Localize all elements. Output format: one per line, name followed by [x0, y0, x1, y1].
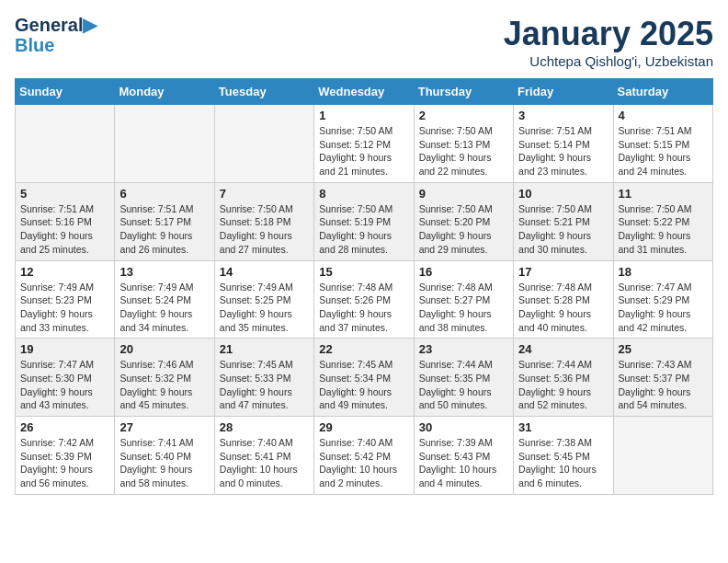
day-info: Sunrise: 7:38 AM Sunset: 5:45 PM Dayligh… — [518, 436, 608, 490]
day-info: Sunrise: 7:44 AM Sunset: 5:35 PM Dayligh… — [419, 358, 508, 412]
day-info: Sunrise: 7:50 AM Sunset: 5:20 PM Dayligh… — [419, 202, 508, 257]
calendar-cell: 1Sunrise: 7:50 AM Sunset: 5:12 PM Daylig… — [314, 105, 414, 183]
calendar-cell: 16Sunrise: 7:48 AM Sunset: 5:27 PM Dayli… — [414, 260, 513, 339]
day-info: Sunrise: 7:50 AM Sunset: 5:18 PM Dayligh… — [220, 202, 309, 257]
calendar-cell: 22Sunrise: 7:45 AM Sunset: 5:34 PM Dayli… — [314, 339, 414, 417]
day-number: 29 — [319, 420, 408, 434]
day-info: Sunrise: 7:45 AM Sunset: 5:34 PM Dayligh… — [319, 358, 408, 412]
weekday-header-wednesday: Wednesday — [314, 79, 414, 105]
calendar-cell: 4Sunrise: 7:51 AM Sunset: 5:15 PM Daylig… — [613, 105, 712, 183]
day-info: Sunrise: 7:50 AM Sunset: 5:19 PM Dayligh… — [319, 202, 408, 257]
calendar-cell: 23Sunrise: 7:44 AM Sunset: 5:35 PM Dayli… — [414, 339, 513, 417]
day-number: 27 — [119, 420, 209, 434]
calendar-cell: 2Sunrise: 7:50 AM Sunset: 5:13 PM Daylig… — [414, 105, 513, 183]
calendar-cell: 24Sunrise: 7:44 AM Sunset: 5:36 PM Dayli… — [514, 339, 613, 417]
day-info: Sunrise: 7:46 AM Sunset: 5:32 PM Dayligh… — [119, 358, 209, 412]
day-info: Sunrise: 7:51 AM Sunset: 5:17 PM Dayligh… — [119, 202, 209, 257]
day-number: 4 — [619, 109, 708, 122]
day-info: Sunrise: 7:40 AM Sunset: 5:41 PM Dayligh… — [220, 436, 309, 490]
day-number: 31 — [518, 420, 608, 434]
day-info: Sunrise: 7:49 AM Sunset: 5:23 PM Dayligh… — [20, 281, 109, 335]
day-info: Sunrise: 7:40 AM Sunset: 5:42 PM Dayligh… — [319, 436, 408, 490]
calendar-cell: 25Sunrise: 7:43 AM Sunset: 5:37 PM Dayli… — [613, 339, 712, 417]
day-number: 22 — [319, 342, 408, 356]
day-info: Sunrise: 7:48 AM Sunset: 5:27 PM Dayligh… — [419, 281, 508, 335]
calendar-cell — [214, 105, 313, 183]
calendar-cell: 3Sunrise: 7:51 AM Sunset: 5:14 PM Daylig… — [514, 105, 613, 183]
calendar-cell: 5Sunrise: 7:51 AM Sunset: 5:16 PM Daylig… — [16, 182, 115, 260]
day-number: 21 — [220, 342, 309, 356]
weekday-header-thursday: Thursday — [414, 79, 513, 105]
calendar-cell — [613, 417, 712, 495]
day-number: 25 — [619, 342, 708, 356]
day-number: 12 — [20, 265, 109, 279]
calendar-cell: 11Sunrise: 7:50 AM Sunset: 5:22 PM Dayli… — [613, 182, 712, 260]
day-info: Sunrise: 7:47 AM Sunset: 5:29 PM Dayligh… — [619, 281, 708, 335]
calendar-cell — [115, 105, 214, 183]
logo: General▶ Blue — [15, 15, 97, 55]
weekday-header-sunday: Sunday — [16, 79, 115, 105]
calendar-week-row: 19Sunrise: 7:47 AM Sunset: 5:30 PM Dayli… — [16, 339, 713, 417]
calendar-cell: 29Sunrise: 7:40 AM Sunset: 5:42 PM Dayli… — [314, 417, 414, 495]
day-number: 23 — [419, 342, 508, 356]
day-number: 20 — [119, 342, 209, 356]
day-number: 7 — [220, 187, 309, 201]
calendar-cell: 30Sunrise: 7:39 AM Sunset: 5:43 PM Dayli… — [414, 417, 513, 495]
month-title: January 2025 — [504, 15, 713, 53]
weekday-header-row: SundayMondayTuesdayWednesdayThursdayFrid… — [16, 79, 713, 105]
calendar-cell: 9Sunrise: 7:50 AM Sunset: 5:20 PM Daylig… — [414, 182, 513, 260]
day-info: Sunrise: 7:42 AM Sunset: 5:39 PM Dayligh… — [20, 436, 109, 490]
day-info: Sunrise: 7:44 AM Sunset: 5:36 PM Dayligh… — [518, 358, 608, 412]
day-info: Sunrise: 7:51 AM Sunset: 5:15 PM Dayligh… — [619, 124, 708, 178]
calendar-cell: 13Sunrise: 7:49 AM Sunset: 5:24 PM Dayli… — [115, 260, 214, 339]
day-number: 17 — [518, 265, 608, 279]
calendar-cell: 28Sunrise: 7:40 AM Sunset: 5:41 PM Dayli… — [214, 417, 313, 495]
day-number: 1 — [319, 109, 408, 122]
day-number: 24 — [518, 342, 608, 356]
day-info: Sunrise: 7:43 AM Sunset: 5:37 PM Dayligh… — [619, 358, 708, 412]
day-info: Sunrise: 7:51 AM Sunset: 5:16 PM Dayligh… — [20, 202, 109, 257]
weekday-header-tuesday: Tuesday — [214, 79, 313, 105]
calendar-cell — [16, 105, 115, 183]
calendar-cell: 19Sunrise: 7:47 AM Sunset: 5:30 PM Dayli… — [16, 339, 115, 417]
day-number: 9 — [419, 187, 508, 201]
calendar-week-row: 12Sunrise: 7:49 AM Sunset: 5:23 PM Dayli… — [16, 260, 713, 339]
day-number: 30 — [419, 420, 508, 434]
day-number: 19 — [20, 342, 109, 356]
calendar-week-row: 26Sunrise: 7:42 AM Sunset: 5:39 PM Dayli… — [16, 417, 713, 495]
day-number: 5 — [20, 187, 109, 201]
day-info: Sunrise: 7:50 AM Sunset: 5:13 PM Dayligh… — [419, 124, 508, 178]
calendar-cell: 18Sunrise: 7:47 AM Sunset: 5:29 PM Dayli… — [613, 260, 712, 339]
day-number: 15 — [319, 265, 408, 279]
weekday-header-friday: Friday — [514, 79, 613, 105]
day-number: 13 — [119, 265, 209, 279]
calendar-cell: 10Sunrise: 7:50 AM Sunset: 5:21 PM Dayli… — [514, 182, 613, 260]
day-info: Sunrise: 7:39 AM Sunset: 5:43 PM Dayligh… — [419, 436, 508, 490]
location-subtitle: Uchtepa Qishlog'i, Uzbekistan — [504, 53, 713, 69]
day-info: Sunrise: 7:48 AM Sunset: 5:28 PM Dayligh… — [518, 281, 608, 335]
day-number: 28 — [220, 420, 309, 434]
day-info: Sunrise: 7:41 AM Sunset: 5:40 PM Dayligh… — [119, 436, 209, 490]
logo-text-blue: Blue — [15, 35, 97, 55]
calendar-cell: 31Sunrise: 7:38 AM Sunset: 5:45 PM Dayli… — [514, 417, 613, 495]
calendar-cell: 27Sunrise: 7:41 AM Sunset: 5:40 PM Dayli… — [115, 417, 214, 495]
day-info: Sunrise: 7:48 AM Sunset: 5:26 PM Dayligh… — [319, 281, 408, 335]
page-header: General▶ Blue January 2025 Uchtepa Qishl… — [15, 15, 713, 69]
day-info: Sunrise: 7:51 AM Sunset: 5:14 PM Dayligh… — [518, 124, 608, 178]
day-number: 10 — [518, 187, 608, 201]
day-info: Sunrise: 7:50 AM Sunset: 5:12 PM Dayligh… — [319, 124, 408, 178]
calendar-cell: 6Sunrise: 7:51 AM Sunset: 5:17 PM Daylig… — [115, 182, 214, 260]
day-number: 26 — [20, 420, 109, 434]
calendar-table: SundayMondayTuesdayWednesdayThursdayFrid… — [15, 78, 713, 495]
logo-text: General▶ — [15, 15, 97, 35]
day-number: 11 — [619, 187, 708, 201]
calendar-cell: 21Sunrise: 7:45 AM Sunset: 5:33 PM Dayli… — [214, 339, 313, 417]
calendar-week-row: 5Sunrise: 7:51 AM Sunset: 5:16 PM Daylig… — [16, 182, 713, 260]
day-info: Sunrise: 7:50 AM Sunset: 5:21 PM Dayligh… — [518, 202, 608, 257]
calendar-cell: 20Sunrise: 7:46 AM Sunset: 5:32 PM Dayli… — [115, 339, 214, 417]
calendar-week-row: 1Sunrise: 7:50 AM Sunset: 5:12 PM Daylig… — [16, 105, 713, 183]
day-info: Sunrise: 7:49 AM Sunset: 5:25 PM Dayligh… — [220, 281, 309, 335]
day-number: 18 — [619, 265, 708, 279]
title-area: January 2025 Uchtepa Qishlog'i, Uzbekist… — [504, 15, 713, 69]
day-number: 2 — [419, 109, 508, 122]
